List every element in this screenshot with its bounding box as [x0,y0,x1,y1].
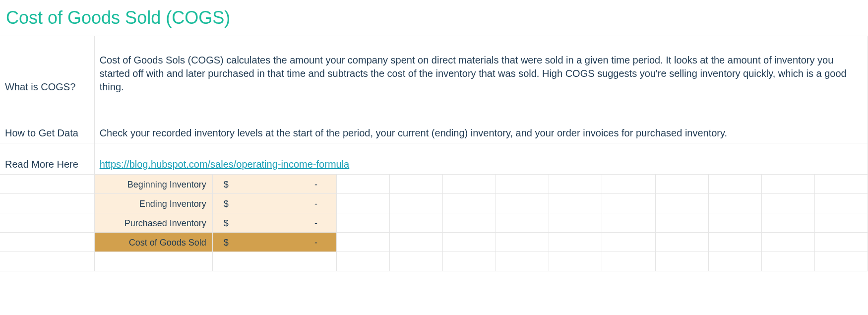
currency-sign: $ [218,179,229,190]
label-read-more: Read More Here [0,143,94,175]
table-row: Beginning Inventory $ - [0,175,868,194]
table-row: Ending Inventory $ - [0,194,868,213]
spreadsheet-table: Cost of Goods Sold (COGS) What is COGS? … [0,0,868,271]
row-value-ending-inventory[interactable]: $ - [212,194,336,213]
text-how-to-get-data: Check your recorded inventory levels at … [94,97,868,143]
row-label-beginning-inventory: Beginning Inventory [94,175,212,194]
cell-read-more: https://blog.hubspot.com/sales/operating… [94,143,868,175]
row-value-purchased-inventory[interactable]: $ - [212,213,336,233]
amount: - [314,179,331,190]
label-what-is-cogs: What is COGS? [0,36,94,97]
row-value-beginning-inventory[interactable]: $ - [212,175,336,194]
page-title: Cost of Goods Sold (COGS) [0,0,868,36]
read-more-link[interactable]: https://blog.hubspot.com/sales/operating… [100,159,350,170]
row-label-ending-inventory: Ending Inventory [94,194,212,213]
currency-sign: $ [218,198,229,210]
table-row: Cost of Goods Sold $ - [0,233,868,252]
row-value-cogs: $ - [212,233,336,252]
amount: - [314,198,331,210]
row-label-cogs: Cost of Goods Sold [94,233,212,252]
currency-sign: $ [218,237,229,249]
text-what-is-cogs: Cost of Goods Sols (COGS) calculates the… [94,36,868,97]
label-how-to-get-data: How to Get Data [0,97,94,143]
amount: - [314,218,331,229]
table-row: Purchased Inventory $ - [0,213,868,233]
row-label-purchased-inventory: Purchased Inventory [94,213,212,233]
currency-sign: $ [218,218,229,229]
amount: - [314,237,331,249]
